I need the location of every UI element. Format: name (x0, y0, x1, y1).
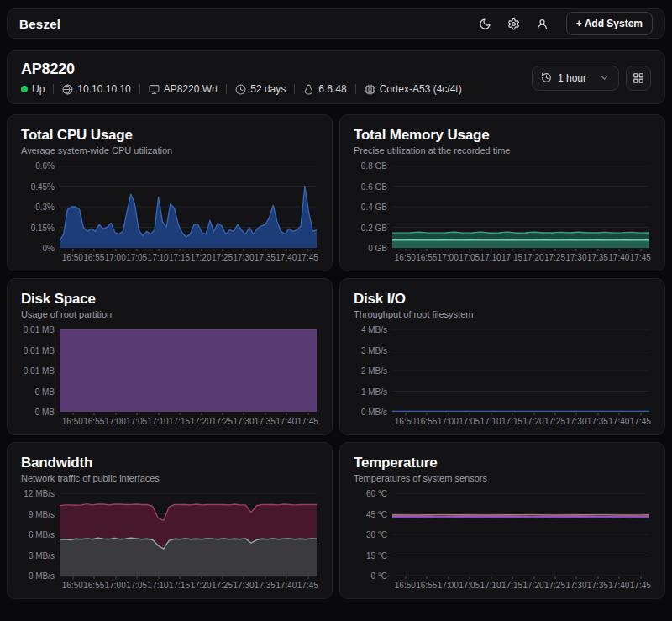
time-range-select[interactable]: 1 hour (532, 66, 619, 91)
bandwidth-chart: 12 MB/s9 MB/s6 MB/s3 MB/s0 MB/s 16:5016:… (21, 493, 320, 591)
clock-icon (235, 84, 246, 95)
ip-item: 10.10.10.10 (62, 83, 130, 95)
kernel-item: 6.6.48 (303, 83, 346, 95)
disk-io-chart: 4 MB/s3 MB/s2 MB/s1 MB/s0 MB/s 16:5016:5… (354, 329, 653, 427)
status-item: Up (21, 83, 45, 95)
theme-toggle-button[interactable] (474, 12, 497, 35)
gear-icon (507, 18, 520, 30)
disk-space-chart: 0.01 MB0.01 MB0.01 MB0 MB0 MB 16:5016:55… (21, 329, 320, 427)
add-system-label: + Add System (576, 18, 643, 29)
kernel-icon (303, 84, 314, 95)
chart-subtitle: Usage of root partition (21, 309, 320, 320)
status-label: Up (32, 83, 45, 95)
separator (139, 84, 140, 94)
system-info-bar: AP8220 Up 10.10.10.10 AP8220.Wrt (7, 50, 665, 104)
user-menu-button[interactable] (531, 12, 554, 35)
system-controls: 1 hour (532, 66, 651, 91)
chart-subtitle: Throughput of root filesystem (354, 309, 653, 320)
hostname-item: AP8220.Wrt (149, 83, 218, 95)
system-meta-row: Up 10.10.10.10 AP8220.Wrt 52 days (21, 83, 462, 95)
chart-title: Bandwidth (21, 455, 320, 471)
chart-title: Total CPU Usage (21, 127, 320, 144)
y-axis-labels: 4 MB/s3 MB/s2 MB/s1 MB/s0 MB/s (354, 329, 392, 412)
separator (355, 84, 356, 94)
y-axis-labels: 0.01 MB0.01 MB0.01 MB0 MB0 MB (21, 329, 60, 412)
x-axis-labels: 16:5016:5517:0017:0517:1017:1517:2017:25… (392, 248, 649, 263)
chart-subtitle: Average system-wide CPU utilization (21, 145, 320, 156)
chart-card-cpu: Total CPU Usage Average system-wide CPU … (7, 114, 333, 271)
history-clock-icon (541, 72, 552, 83)
chevron-down-icon (599, 72, 610, 83)
uptime-label: 52 days (250, 83, 286, 95)
chart-title: Disk Space (21, 291, 320, 308)
plot-area[interactable] (392, 166, 649, 248)
cpu-model-label: Cortex-A53 (4c/4t) (380, 83, 462, 95)
plot-area[interactable] (60, 329, 317, 412)
system-info: AP8220 Up 10.10.10.10 AP8220.Wrt (21, 61, 462, 95)
plot-area[interactable] (60, 166, 317, 248)
monitor-icon (149, 84, 160, 95)
cpu-chart: 0.6%0.45%0.3%0.15%0% 16:5016:5517:0017:0… (21, 166, 320, 263)
page: Beszel + Add System AP8220 Up (0, 0, 672, 621)
y-axis-labels: 12 MB/s9 MB/s6 MB/s3 MB/s0 MB/s (21, 493, 60, 576)
memory-chart: 0.8 GB0.6 GB0.4 GB0.2 GB0 GB 16:5016:551… (354, 166, 653, 263)
y-axis-labels: 0.6%0.45%0.3%0.15%0% (21, 166, 60, 248)
chart-card-temperature: Temperature Temperatures of system senso… (339, 442, 665, 599)
moon-icon (479, 18, 491, 30)
chart-subtitle: Precise utilization at the recorded time (354, 145, 653, 156)
charts-grid: Total CPU Usage Average system-wide CPU … (7, 114, 665, 599)
chart-title: Total Memory Usage (354, 127, 653, 144)
plot-area[interactable] (392, 493, 649, 576)
brand-logo[interactable]: Beszel (19, 17, 60, 31)
chart-title: Disk I/O (354, 291, 653, 308)
chart-subtitle: Network traffic of public interfaces (21, 473, 320, 484)
ip-label: 10.10.10.10 (77, 83, 130, 95)
x-axis-labels: 16:5016:5517:0017:0517:1017:1517:2017:25… (60, 412, 317, 427)
x-axis-labels: 16:5016:5517:0017:0517:1017:1517:2017:25… (60, 576, 317, 591)
uptime-item: 52 days (235, 83, 286, 95)
plot-area[interactable] (392, 329, 649, 412)
x-axis-labels: 16:5016:5517:0017:0517:1017:1517:2017:25… (60, 248, 317, 263)
y-axis-labels: 0.8 GB0.6 GB0.4 GB0.2 GB0 GB (354, 166, 392, 248)
time-range-value: 1 hour (558, 72, 586, 84)
y-axis-labels: 60 °C45 °C30 °C15 °C0 °C (354, 493, 392, 576)
kernel-label: 6.6.48 (318, 83, 346, 95)
layout-toggle-button[interactable] (626, 66, 651, 91)
add-system-button[interactable]: + Add System (566, 12, 653, 35)
chart-card-bandwidth: Bandwidth Network traffic of public inte… (7, 442, 333, 599)
chart-title: Temperature (354, 455, 653, 471)
hostname-label: AP8220.Wrt (164, 83, 218, 95)
x-axis-labels: 16:5016:5517:0017:0517:1017:1517:2017:25… (392, 412, 649, 427)
chart-card-diskio: Disk I/O Throughput of root filesystem 4… (339, 278, 665, 435)
cpu-model-item: Cortex-A53 (4c/4t) (365, 83, 462, 95)
settings-button[interactable] (502, 12, 526, 35)
chart-card-disk: Disk Space Usage of root partition 0.01 … (7, 278, 333, 435)
plot-area[interactable] (60, 493, 317, 576)
separator (294, 84, 295, 94)
navbar-actions: + Add System (474, 12, 653, 35)
chart-card-memory: Total Memory Usage Precise utilization a… (339, 114, 665, 271)
separator (53, 84, 54, 94)
x-axis-labels: 16:5016:5517:0017:0517:1017:1517:2017:25… (392, 576, 649, 591)
top-navbar: Beszel + Add System (7, 8, 665, 39)
separator (226, 84, 227, 94)
temperature-chart: 60 °C45 °C30 °C15 °C0 °C 16:5016:5517:00… (354, 493, 653, 591)
grid-layout-icon (633, 72, 644, 84)
globe-icon (62, 84, 73, 95)
user-icon (536, 18, 549, 30)
status-dot (21, 86, 28, 92)
system-name: AP8220 (21, 61, 462, 78)
chart-subtitle: Temperatures of system sensors (354, 473, 653, 484)
cpu-chip-icon (365, 84, 375, 95)
